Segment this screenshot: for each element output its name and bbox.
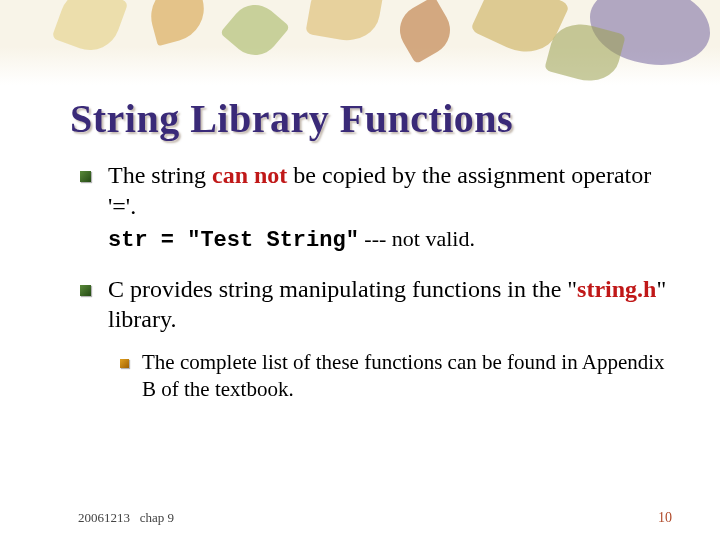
code-sample: str = "Test String": [108, 228, 359, 253]
footer-date: 20061213: [78, 510, 130, 525]
bullet-1-text-pre: The string: [108, 162, 212, 188]
bullet-1-emph: can not: [212, 162, 287, 188]
footer-chapter: chap 9: [140, 510, 174, 525]
bullet-1-codeline: str = "Test String" --- not valid.: [108, 225, 680, 255]
bullet-1: The string can not be copied by the assi…: [70, 160, 680, 256]
page-number: 10: [658, 510, 672, 526]
bullet-2-text-pre: C provides string manipulating functions…: [108, 276, 577, 302]
slide-content: String Library Functions The string can …: [70, 95, 680, 422]
decorative-banner: [0, 0, 720, 85]
bullet-2-emph: string.h: [577, 276, 656, 302]
bullet-list: The string can not be copied by the assi…: [70, 160, 680, 404]
slide-footer: 20061213 chap 9 10: [78, 510, 680, 526]
slide-title: String Library Functions: [70, 95, 680, 142]
code-tail: --- not valid.: [359, 226, 475, 251]
sub-bullet-1: The complete list of these functions can…: [108, 349, 680, 404]
sub-bullet-list: The complete list of these functions can…: [108, 349, 680, 404]
bullet-2: C provides string manipulating functions…: [70, 274, 680, 404]
